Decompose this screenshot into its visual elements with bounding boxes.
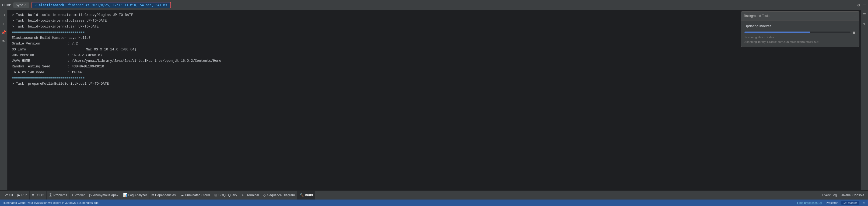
- projector-label: Projector: [826, 201, 838, 204]
- build-status-bold: elasticsearch:: [39, 3, 66, 7]
- log-analyzer-label: Log Analyzer: [128, 193, 147, 197]
- bg-task-name: Updating indexes: [744, 23, 856, 29]
- pin-icon[interactable]: 📌: [1, 29, 7, 35]
- toolbar-item-build[interactable]: 🔨 Build: [297, 190, 315, 200]
- sync-close-icon[interactable]: ✕: [24, 3, 27, 7]
- toolbar-item-problems[interactable]: ⓘ Problems: [46, 190, 69, 200]
- sequence-diagram-icon: ◇: [263, 193, 266, 197]
- dependencies-icon: ⧉: [152, 193, 154, 197]
- build-status-rest: finished At 2021/8/25, 12:13 11 min, 54 …: [66, 3, 167, 7]
- status-bar-right: Hide processes (2) Projector ⎇ master ⚠: [797, 201, 865, 205]
- terminal-icon: >_: [242, 193, 246, 197]
- log-analyzer-icon: 📊: [123, 193, 127, 197]
- output-line: > Task :build-tools-internal:compileGroo…: [12, 12, 856, 18]
- minimize-icon[interactable]: ─: [863, 3, 866, 7]
- jrebel-label: JRebel Console: [841, 193, 864, 197]
- toolbar-item-soql-query[interactable]: ⊞ SOQL Query: [212, 190, 239, 200]
- output-line: > Task :build-tools-internal:jar UP-TO-D…: [12, 24, 856, 30]
- bottom-right: Event Log JRebel Console: [820, 190, 866, 200]
- todo-icon: ≡: [32, 193, 34, 197]
- hide-processes-link[interactable]: Hide processes (2): [797, 201, 822, 204]
- status-bar-message: Illuminated Cloud: Your evaluation will …: [3, 201, 100, 204]
- output-line-kotlin: > Task :prepareKotlinBuildScriptModel UP…: [12, 81, 856, 87]
- settings-icon[interactable]: ⚙: [858, 2, 860, 8]
- scroll-up-icon[interactable]: ↑: [2, 21, 5, 27]
- problems-icon: ⓘ: [49, 193, 52, 198]
- toolbar-item-terminal[interactable]: >_ Terminal: [239, 190, 261, 200]
- build-tool-label: Build: [305, 193, 313, 197]
- toolbar-item-todo[interactable]: ≡ TODO: [30, 190, 46, 200]
- output-separator2: ====================================: [12, 76, 856, 81]
- run-icon: ▶: [18, 193, 20, 197]
- toolbar-item-illuminated-cloud[interactable]: ☁ Illuminated Cloud: [178, 190, 212, 200]
- soql-label: SOQL Query: [218, 193, 237, 197]
- toolbar-item-run[interactable]: ▶ Run: [16, 190, 30, 200]
- sync-tab-label: Sync: [16, 3, 23, 7]
- pause-button[interactable]: ⏸: [852, 31, 856, 35]
- build-status-pill: ✓ elasticsearch: finished At 2021/8/25, …: [31, 2, 171, 8]
- output-separator: ====================================: [12, 30, 856, 35]
- output-info-javahome: JAVA_HOME : /Users/yunai/Library/Java/Ja…: [12, 58, 856, 64]
- status-bar: Illuminated Cloud: Your evaluation will …: [0, 200, 868, 206]
- output-info-gradle: Gradle Version : 7.2: [12, 41, 856, 47]
- toolbar-item-jrebel-console[interactable]: JRebel Console: [839, 190, 866, 200]
- progress-bar-track: [744, 31, 850, 33]
- illuminated-cloud-label: Illuminated Cloud: [185, 193, 210, 197]
- bg-tasks-body: Updating indexes ⏸ Scanning files to ind…: [741, 21, 859, 47]
- sequence-diagram-label: Sequence Diagram: [267, 193, 295, 197]
- toolbar-item-log-analyzer[interactable]: 📊 Log Analyzer: [121, 190, 149, 200]
- output-info-seed: Random Testing Seed : 43D48FDE10043C10: [12, 64, 856, 70]
- terminal-label: Terminal: [247, 193, 259, 197]
- branch-indicator[interactable]: ⎇ master: [841, 201, 859, 205]
- output-info-jdk: JDK Version : 16.0.2 (Oracle): [12, 53, 856, 58]
- soql-icon: ⊞: [214, 193, 217, 197]
- toolbar-item-profiler[interactable]: ⌖ Profiler: [69, 190, 87, 200]
- check-icon: ✓: [35, 3, 37, 7]
- sync-tab[interactable]: Sync ✕: [13, 2, 30, 8]
- build-label: Build:: [2, 3, 11, 7]
- background-tasks-panel: Background Tasks ─ Updating indexes ⏸ Sc…: [741, 11, 859, 47]
- right-sidebar: ☰ ⇅: [861, 10, 868, 190]
- bottom-toolbar: ⎇ Git ▶ Run ≡ TODO ⓘ Problems ⌖ Profiler…: [0, 190, 868, 200]
- output-hamster: Elasticsearch Build Hamster says Hello!: [12, 35, 856, 41]
- toolbar-item-dependencies[interactable]: ⧉ Dependencies: [149, 190, 178, 200]
- bg-tasks-title: Background Tasks: [744, 13, 770, 19]
- build-status-text: elasticsearch: finished At 2021/8/25, 12…: [39, 3, 167, 7]
- illuminated-cloud-icon: ☁: [180, 193, 184, 197]
- main-area: ↺ ↑ 📌 👁 > Task :build-tools-internal:com…: [0, 10, 868, 190]
- build-icon: 🔨: [299, 193, 304, 197]
- toolbar-item-event-log[interactable]: Event Log: [820, 190, 839, 200]
- bg-task-sub1: Scanning files to index...: [744, 35, 856, 40]
- bg-tasks-close-button[interactable]: ─: [854, 14, 857, 18]
- output-line: > Task :build-tools-internal:classes UP-…: [12, 18, 856, 24]
- right-icon-2[interactable]: ⇅: [862, 21, 866, 27]
- event-log-label: Event Log: [822, 193, 837, 197]
- eye-icon[interactable]: 👁: [1, 38, 6, 44]
- branch-icon: ⎇: [843, 201, 847, 205]
- build-output[interactable]: > Task :build-tools-internal:compileGroo…: [7, 10, 861, 190]
- problems-label: Problems: [53, 193, 67, 197]
- output-info-os: OS Info : Mac OS X 10.14.6 (x86_64): [12, 47, 856, 53]
- profiler-icon: ⌖: [72, 193, 73, 197]
- git-icon: ⎇: [4, 193, 8, 197]
- dependencies-label: Dependencies: [155, 193, 176, 197]
- run-label: Run: [21, 193, 27, 197]
- progress-bar-fill: [744, 31, 810, 33]
- top-bar: Build: Sync ✕ ✓ elasticsearch: finished …: [0, 0, 868, 10]
- git-label: Git: [9, 193, 13, 197]
- profiler-label: Profiler: [74, 193, 85, 197]
- anonymous-apex-icon: ▷: [89, 193, 92, 197]
- output-info-fips: In FIPS 140 mode : false: [12, 70, 856, 76]
- toolbar-item-git[interactable]: ⎇ Git: [2, 190, 16, 200]
- toolbar-item-sequence-diagram[interactable]: ◇ Sequence Diagram: [261, 190, 297, 200]
- top-bar-icons: ⚙ ─: [858, 2, 866, 8]
- bg-tasks-header: Background Tasks ─: [741, 11, 859, 21]
- anonymous-apex-label: Anonymous Apex: [93, 193, 118, 197]
- branch-name: master: [848, 201, 857, 204]
- refresh-icon[interactable]: ↺: [2, 12, 5, 18]
- bg-task-sub2: Scanning library 'Gradle: com.sun.mail:j…: [744, 40, 856, 44]
- warning-icon: ⚠: [863, 201, 865, 205]
- right-icon-1[interactable]: ☰: [862, 12, 867, 18]
- toolbar-item-anonymous-apex[interactable]: ▷ Anonymous Apex: [87, 190, 121, 200]
- top-bar-left: Build: Sync ✕ ✓ elasticsearch: finished …: [2, 2, 171, 8]
